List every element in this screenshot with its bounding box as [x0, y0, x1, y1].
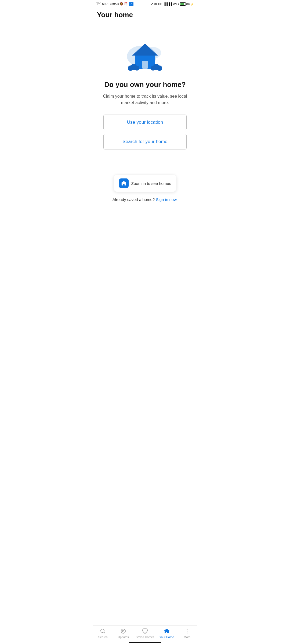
- status-bar: 下午5:27 | 360K/s 🔕 ⏰ ✓ ↗ ⌘ HD ▐▐▐▐ WiFi 8…: [93, 0, 197, 8]
- zoom-hint-area: Zoom in to see homes: [99, 175, 191, 192]
- zoom-hint-card: Zoom in to see homes: [114, 175, 176, 192]
- svg-point-7: [135, 66, 139, 71]
- use-location-button[interactable]: Use your location: [103, 115, 187, 130]
- signin-link[interactable]: Sign in now.: [156, 197, 177, 202]
- page-header: Your home: [93, 8, 197, 22]
- home-illustration: [124, 38, 166, 73]
- main-heading: Do you own your home?: [104, 80, 186, 89]
- signin-line: Already saved a home? Sign in now.: [106, 197, 184, 202]
- zoom-hint-text: Zoom in to see homes: [131, 181, 171, 186]
- zoom-app-icon: [119, 178, 129, 188]
- svg-point-9: [151, 66, 155, 71]
- svg-point-10: [157, 65, 162, 71]
- status-time-network: 下午5:27 | 360K/s 🔕 ⏰ ✓: [96, 2, 133, 6]
- search-home-button[interactable]: Search for your home: [103, 134, 187, 149]
- page-title: Your home: [97, 11, 193, 19]
- signin-prompt-text: Already saved a home?: [113, 197, 155, 202]
- status-icons: ↗ ⌘ HD ▐▐▐▐ WiFi 87 ⚡: [151, 2, 194, 6]
- svg-rect-4: [142, 61, 148, 69]
- main-subtext: Claim your home to track its value, see …: [102, 93, 188, 106]
- main-content: Do you own your home? Claim your home to…: [93, 22, 197, 211]
- svg-point-6: [128, 65, 133, 71]
